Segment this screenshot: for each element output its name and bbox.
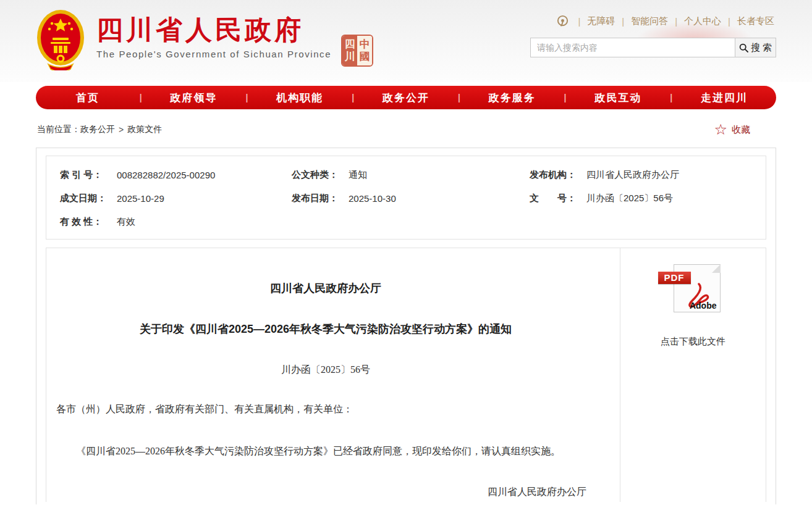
site-subtitle: The People's Government of Sichuan Provi… bbox=[96, 49, 331, 59]
document-article: 四川省人民政府办公厅 关于印发《四川省2025—2026年秋冬季大气污染防治攻坚… bbox=[46, 248, 620, 502]
document-title: 关于印发《四川省2025—2026年秋冬季大气污染防治攻坚行动方案》的通知 bbox=[56, 321, 595, 337]
site-header: 四川省人民政府 The People's Government of Sichu… bbox=[0, 0, 812, 82]
meta-value: 川办函〔2025〕56号 bbox=[586, 193, 673, 204]
meta-value: 四川省人民政府办公厅 bbox=[586, 169, 679, 181]
search-button[interactable]: 搜 索 bbox=[735, 38, 776, 57]
site-logo-link[interactable]: 四川省人民政府 The People's Government of Sichu… bbox=[96, 9, 331, 59]
meta-value: 2025-10-30 bbox=[349, 193, 396, 204]
favorite-label: 收藏 bbox=[732, 124, 750, 136]
star-outline-icon: ☆ bbox=[714, 122, 727, 137]
meta-document-number: 文 号： 川办函〔2025〕56号 bbox=[530, 186, 752, 210]
meta-index-number: 索 引 号： 008282882/2025-00290 bbox=[60, 163, 292, 186]
quick-links-separator: | bbox=[622, 16, 624, 27]
quick-link-smart-qa[interactable]: 智能问答 bbox=[629, 15, 670, 27]
seal-char: 國 bbox=[360, 51, 370, 63]
header-quick-links: | 无障碍 | 智能问答 | 个人中心 | 长者专区 bbox=[530, 15, 776, 28]
favorite-button[interactable]: ☆ 收藏 bbox=[714, 122, 775, 137]
quick-links-separator: | bbox=[675, 16, 677, 27]
document-content-box: 四川省人民政府办公厅 关于印发《四川省2025—2026年秋冬季大气污染防治攻坚… bbox=[46, 248, 766, 502]
nav-item-government-services[interactable]: 政务服务 bbox=[460, 91, 564, 105]
breadcrumb-policy-documents[interactable]: 政策文件 bbox=[127, 124, 162, 135]
pdf-download-icon[interactable]: Adobe PDF bbox=[666, 264, 721, 314]
meta-value: 通知 bbox=[349, 169, 367, 181]
main-navigation: 首页 | 政府领导 | 机构职能 | 政务公开 | 政务服务 | 政民互动 | … bbox=[36, 86, 776, 109]
nav-item-about-sichuan[interactable]: 走进四川 bbox=[672, 91, 776, 105]
breadcrumb-government-affairs[interactable]: 政务公开 bbox=[80, 124, 115, 135]
document-metadata-table: 索 引 号： 008282882/2025-00290 公文种类： 通知 发布机… bbox=[46, 156, 766, 240]
adobe-label: Adobe bbox=[690, 301, 717, 311]
meta-label: 成文日期： bbox=[60, 193, 112, 204]
quick-link-senior-zone[interactable]: 长者专区 bbox=[735, 15, 776, 27]
site-title: 四川省人民政府 bbox=[96, 16, 331, 44]
quick-links-separator: | bbox=[728, 16, 730, 27]
meta-written-date: 成文日期： 2025-10-29 bbox=[60, 186, 292, 210]
meta-publish-date: 发布日期： 2025-10-30 bbox=[292, 186, 530, 210]
meta-label: 索 引 号： bbox=[60, 169, 112, 181]
breadcrumb-separator: > bbox=[119, 125, 124, 135]
magnifier-icon bbox=[739, 43, 748, 52]
meta-label: 有 效 性： bbox=[60, 216, 112, 228]
nav-item-organizational-functions[interactable]: 机构职能 bbox=[248, 91, 352, 105]
pdf-banner-label: PDF bbox=[658, 272, 691, 284]
download-sidebar: Adobe PDF 点击下载此文件 bbox=[620, 248, 766, 502]
meta-label: 公文种类： bbox=[292, 169, 344, 181]
document-issuing-org-title: 四川省人民政府办公厅 bbox=[56, 280, 595, 296]
meta-value: 有效 bbox=[117, 216, 135, 228]
document-body-paragraph: 《四川省2025—2026年秋冬季大气污染防治攻坚行动方案》已经省政府同意，现印… bbox=[56, 443, 595, 459]
nav-item-government-affairs[interactable]: 政务公开 bbox=[354, 91, 458, 105]
seal-char: 中 bbox=[360, 38, 370, 51]
breadcrumb-prefix: 当前位置： bbox=[37, 124, 80, 135]
meta-empty-cell bbox=[292, 210, 530, 233]
sichuan-china-seal-icon: 四 川 中 國 bbox=[341, 35, 373, 67]
search-button-label: 搜 索 bbox=[751, 42, 772, 54]
page-fold-corner bbox=[712, 264, 721, 273]
download-caption-link[interactable]: 点击下载此文件 bbox=[620, 336, 766, 348]
search-input[interactable] bbox=[531, 38, 735, 57]
document-salutation: 各市（州）人民政府，省政府有关部门、有关直属机构，有关单位： bbox=[56, 401, 595, 417]
nav-item-government-leaders[interactable]: 政府领导 bbox=[142, 91, 246, 105]
document-signature: 四川省人民政府办公厅 bbox=[56, 484, 595, 500]
document-page-container: 索 引 号： 008282882/2025-00290 公文种类： 通知 发布机… bbox=[36, 148, 776, 504]
nav-item-home[interactable]: 首页 bbox=[36, 91, 140, 105]
meta-issuing-agency: 发布机构： 四川省人民政府办公厅 bbox=[530, 163, 752, 186]
meta-value: 008282882/2025-00290 bbox=[117, 170, 215, 180]
quick-links-separator: | bbox=[578, 16, 580, 27]
meta-validity: 有 效 性： 有效 bbox=[60, 210, 292, 233]
national-emblem-icon bbox=[36, 9, 85, 70]
voice-reading-icon[interactable] bbox=[556, 15, 569, 28]
meta-empty-cell bbox=[530, 210, 752, 233]
meta-document-type: 公文种类： 通知 bbox=[292, 163, 530, 186]
meta-label: 发布日期： bbox=[292, 193, 344, 204]
meta-label: 发布机构： bbox=[530, 169, 582, 181]
breadcrumb: 当前位置： 政务公开 > 政策文件 ☆ 收藏 bbox=[36, 109, 776, 148]
document-number-line: 川办函〔2025〕56号 bbox=[56, 362, 595, 378]
search-bar: 搜 索 bbox=[530, 38, 776, 57]
seal-char: 四 bbox=[345, 38, 355, 51]
meta-label: 文 号： bbox=[530, 193, 582, 204]
nav-item-public-interaction[interactable]: 政民互动 bbox=[567, 91, 670, 105]
quick-link-accessibility[interactable]: 无障碍 bbox=[585, 15, 617, 27]
quick-link-personal-center[interactable]: 个人中心 bbox=[682, 15, 723, 27]
seal-char: 川 bbox=[345, 51, 355, 63]
meta-value: 2025-10-29 bbox=[117, 193, 164, 204]
